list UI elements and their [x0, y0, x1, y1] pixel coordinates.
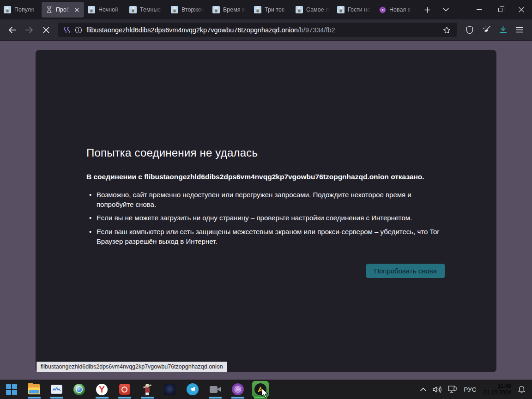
flibusta-favicon-icon [254, 6, 261, 13]
flibusta-favicon-icon [337, 6, 345, 13]
tab-nochnoy[interactable]: Ночной [84, 2, 126, 18]
tab-populya[interactable]: Популя [0, 2, 42, 18]
url-host: flibustaongezhld6dibs2dps6vm4nvqg2kp7vgo… [86, 26, 298, 34]
tab-problem-loading[interactable]: Проб [42, 2, 84, 18]
tab-close-icon[interactable] [73, 6, 80, 13]
telegram-icon [187, 383, 199, 395]
forward-button[interactable] [22, 23, 36, 37]
tor-browser-favicon-icon [379, 6, 386, 13]
character-app-icon [144, 384, 151, 395]
flibusta-favicon-icon [4, 6, 11, 13]
loading-hourglass-icon [45, 6, 53, 13]
error-suggestion-item: Если вы не можете загрузить ни одну стра… [86, 213, 445, 223]
tab-label: Три тов [265, 6, 288, 13]
running-indicator [231, 397, 244, 399]
window-minimize-button[interactable] [468, 0, 490, 19]
tab-label: Гости не [348, 6, 371, 13]
downloads-icon[interactable] [495, 23, 511, 37]
address-bar[interactable]: flibustaongezhld6dibs2dps6vm4nvqg2kp7vgo… [58, 23, 457, 37]
taskbar-file-explorer[interactable] [23, 380, 45, 399]
network-icon[interactable] [445, 380, 460, 399]
language-indicator[interactable]: РУС [460, 380, 480, 399]
tab-gosti[interactable]: Гости не [333, 2, 375, 18]
tab-new-tab[interactable]: Новая в [375, 2, 417, 18]
page-viewport: Попытка соединения не удалась В соединен… [0, 41, 532, 380]
new-tab-button[interactable] [419, 2, 435, 18]
flibusta-favicon-icon [212, 6, 220, 13]
tor-circuit-icon[interactable] [62, 25, 73, 35]
taskbar: РУС 11:49 01.10.2024 [0, 380, 532, 399]
flibusta-favicon-icon [88, 6, 95, 13]
tray-overflow-chevron-icon[interactable] [417, 380, 429, 399]
running-indicator [118, 397, 131, 399]
tab-label: Проб [56, 6, 70, 13]
tab-temnye[interactable]: Темные [126, 2, 167, 18]
yandex-browser-icon [96, 384, 108, 395]
running-indicator [50, 397, 63, 399]
window-restore-button[interactable] [490, 0, 511, 19]
tab-label: Время ж [223, 6, 247, 13]
taskbar-character-app[interactable] [136, 380, 158, 399]
back-button[interactable] [5, 23, 19, 37]
volume-icon[interactable] [429, 380, 445, 399]
menu-hamburger-icon[interactable] [512, 23, 527, 37]
task-manager-icon [51, 385, 62, 394]
running-indicator [96, 397, 109, 399]
tor-browser-icon [232, 383, 244, 395]
shield-icon[interactable] [462, 23, 478, 37]
video-camera-icon [210, 386, 221, 393]
url-path: /b/97334/fb2 [298, 26, 335, 34]
tab-vremya[interactable]: Время ж [209, 2, 250, 18]
tab-tri-tovarishcha[interactable]: Три тов [250, 2, 292, 18]
active-running-indicator [254, 397, 267, 399]
tab-label: Самое л [306, 6, 330, 13]
retry-button[interactable]: Попробовать снова [366, 264, 445, 278]
taskbar-task-manager[interactable] [45, 380, 68, 399]
error-subtitle: В соединении с flibustaongezhld6dibs2dps… [86, 173, 445, 181]
tab-vtorzhenie[interactable]: Вторжен [167, 2, 209, 18]
running-indicator [209, 397, 222, 399]
error-actions-row: Попробовать снова [86, 264, 445, 278]
url-text: flibustaongezhld6dibs2dps6vm4nvqg2kp7vgo… [86, 26, 441, 34]
window-close-button[interactable] [511, 0, 532, 19]
red-o-app-icon [119, 384, 130, 395]
taskbar-clock[interactable]: 11:49 01.10.2024 [480, 383, 515, 396]
tray-date: 01.10.2024 [484, 389, 511, 396]
taskbar-green-a-app[interactable] [249, 380, 272, 399]
taskbar-telegram[interactable] [181, 380, 204, 399]
tray-time: 11:49 [484, 383, 511, 389]
tab-samoe[interactable]: Самое л [292, 2, 333, 18]
system-tray: РУС 11:49 01.10.2024 [417, 380, 532, 399]
error-suggestion-item: Если ваш компьютер или сеть защищены меж… [86, 227, 445, 246]
chromium-browser-icon [73, 384, 85, 395]
tab-label: Ночной [98, 6, 122, 13]
taskbar-red-o-app[interactable] [113, 380, 136, 399]
taskbar-tor-browser[interactable] [226, 380, 249, 399]
status-bar-url: flibustaongezhld6dibs2dps6vm4nvqg2kp7vgo… [36, 362, 227, 372]
green-a-app-icon [252, 381, 269, 398]
file-explorer-icon [28, 384, 40, 394]
dark-game-app-icon [164, 384, 175, 395]
list-all-tabs-button[interactable] [438, 2, 453, 18]
notifications-bell-icon[interactable] [515, 380, 528, 399]
taskbar-chromium-browser[interactable] [68, 380, 91, 399]
browser-tab-bar: Популя Проб Ночной Темные [0, 0, 532, 19]
start-button[interactable] [0, 380, 23, 399]
window-controls [468, 0, 532, 19]
windows-logo-icon [6, 384, 17, 395]
bookmark-star-icon[interactable] [441, 25, 452, 35]
desktop-screen: Популя Проб Ночной Темные [0, 0, 532, 399]
running-indicator [141, 397, 154, 399]
taskbar-video-recorder[interactable] [204, 380, 226, 399]
error-title: Попытка соединения не удалась [86, 146, 445, 159]
tab-label: Вторжен [181, 6, 205, 13]
tab-label: Новая в [389, 6, 413, 13]
tab-label: Темные [140, 6, 163, 13]
stop-loading-button[interactable] [39, 23, 54, 37]
site-info-icon[interactable] [73, 25, 84, 35]
flibusta-favicon-icon [171, 6, 178, 13]
taskbar-yandex-browser[interactable] [91, 380, 113, 399]
browser-toolbar: flibustaongezhld6dibs2dps6vm4nvqg2kp7vgo… [0, 19, 532, 41]
taskbar-dark-game-app[interactable] [158, 380, 181, 399]
new-identity-broom-icon[interactable] [478, 23, 494, 37]
